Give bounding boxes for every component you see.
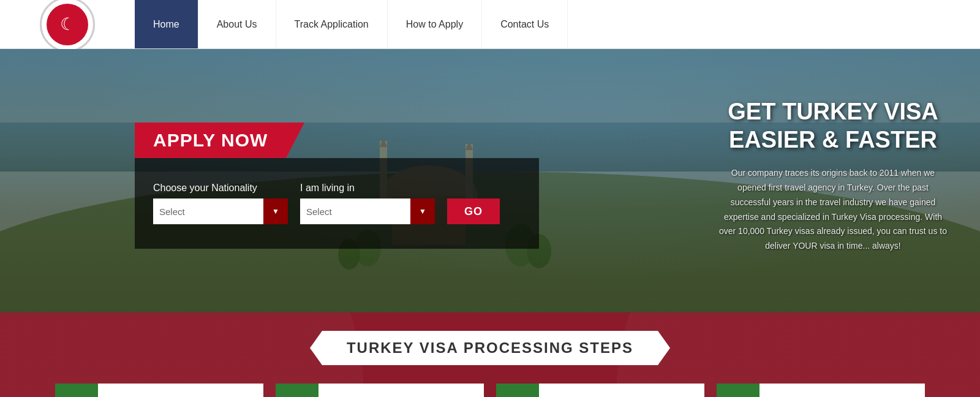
living-label: I am living in (300, 183, 435, 194)
step-card-3[interactable]: STEP 3 Visa is sent for Pr (496, 384, 704, 397)
nationality-group: Choose your Nationality Select ▼ (153, 183, 288, 224)
hero-body-text: Our company traces its origins back to 2… (717, 166, 949, 254)
step-card-4[interactable]: STEP 4 Print Visa & Fly to Turkey. (717, 384, 925, 397)
apply-form: Choose your Nationality Select ▼ I am li… (135, 158, 539, 249)
logo-inner: ☾ (47, 4, 88, 45)
section-title-box: TURKEY VISA PROCESSING STEPS (310, 331, 670, 365)
go-button[interactable]: GO (447, 198, 500, 224)
step-card-2[interactable]: STEP 2 $ Pay Visa Fees Online (276, 384, 484, 397)
nationality-label: Choose your Nationality (153, 183, 288, 194)
apply-title: APPLY NOW (135, 123, 286, 158)
living-select[interactable]: Select (300, 198, 435, 224)
main-nav: ☾ Home About Us Track Application How to… (0, 0, 980, 49)
apply-panel: APPLY NOW Choose your Nationality Select… (135, 123, 539, 249)
living-select-wrapper: Select ▼ (300, 198, 435, 224)
step-badge-3: STEP 3 (496, 384, 539, 397)
nationality-select-wrapper: Select ▼ (153, 198, 288, 224)
hero-section: APPLY NOW Choose your Nationality Select… (0, 49, 980, 312)
nav-item-track[interactable]: Track Application (276, 0, 388, 48)
nav-bar: ☾ Home About Us Track Application How to… (0, 0, 980, 49)
section-title-wrap: TURKEY VISA PROCESSING STEPS (0, 312, 980, 384)
nav-items: Home About Us Track Application How to A… (135, 0, 980, 48)
logo-circle: ☾ (40, 0, 95, 52)
nav-item-about[interactable]: About Us (198, 0, 276, 48)
hero-heading: GET TURKEY VISA EASIER & FASTER (717, 98, 949, 154)
nationality-select[interactable]: Select (153, 198, 288, 224)
nav-item-home[interactable]: Home (135, 0, 198, 48)
steps-section: TURKEY VISA PROCESSING STEPS STEP 1 (0, 312, 980, 397)
nav-item-contact[interactable]: Contact Us (482, 0, 568, 48)
section-title: TURKEY VISA PROCESSING STEPS (347, 339, 633, 357)
step-card-1[interactable]: STEP 1 Apply Online (55, 384, 263, 397)
nav-item-apply[interactable]: How to Apply (388, 0, 482, 48)
step-badge-1: STEP 1 (55, 384, 98, 397)
steps-cards: STEP 1 Apply Online STEP (0, 384, 980, 397)
living-group: I am living in Select ▼ (300, 183, 435, 224)
step-badge-4: STEP 4 (717, 384, 760, 397)
form-row: Choose your Nationality Select ▼ I am li… (153, 183, 521, 224)
step-badge-2: STEP 2 (276, 384, 318, 397)
logo[interactable]: ☾ (0, 0, 135, 48)
hero-info-panel: GET TURKEY VISA EASIER & FASTER Our comp… (717, 98, 949, 254)
